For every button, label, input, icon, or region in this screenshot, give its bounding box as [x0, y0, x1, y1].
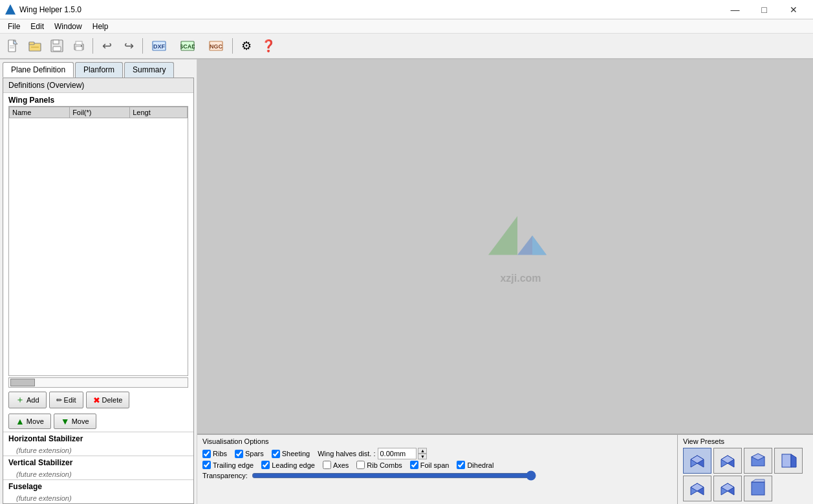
dist-field: Wing halves dist. : ▲ ▼	[318, 448, 427, 459]
bottom-bar: Visualisation Options Ribs Spars Sheetin…	[197, 434, 813, 504]
titlebar: Wing Helper 1.5.0 — □ ✕	[0, 0, 813, 19]
svg-marker-40	[752, 479, 764, 482]
check-ribs[interactable]: Ribs	[202, 450, 227, 458]
spars-checkbox[interactable]	[235, 450, 243, 458]
dist-down-btn[interactable]: ▼	[418, 454, 427, 459]
axes-checkbox[interactable]	[323, 461, 331, 469]
svg-text:DXF: DXF	[153, 43, 166, 50]
menu-file[interactable]: File	[3, 21, 25, 32]
delete-icon: ✖	[93, 395, 100, 405]
open-button[interactable]	[25, 36, 45, 56]
help-button[interactable]: ❓	[258, 36, 279, 56]
delete-label: Delete	[102, 396, 123, 404]
ribs-checkbox[interactable]	[202, 450, 211, 458]
presets-section: View Presets	[677, 435, 813, 504]
foil-span-checkbox[interactable]	[410, 461, 418, 469]
check-rib-combs[interactable]: Rib Combs	[356, 461, 402, 469]
svg-marker-32	[791, 454, 796, 467]
move-up-icon: ▲	[16, 416, 25, 426]
app-icon	[5, 5, 16, 15]
check-sheeting[interactable]: Sheeting	[272, 450, 310, 458]
check-dihedral[interactable]: Dihedral	[457, 461, 493, 469]
new-button[interactable]	[3, 36, 23, 56]
edit-button[interactable]: ✏ Edit	[49, 392, 83, 408]
viewport[interactable]: xzji.com	[197, 59, 813, 434]
right-panel: xzji.com Visualisation Options Ribs Spar…	[197, 59, 813, 504]
titlebar-left: Wing Helper 1.5.0	[5, 5, 81, 15]
menu-window[interactable]: Window	[49, 21, 87, 32]
close-button[interactable]: ✕	[779, 0, 808, 19]
h-scrollbar[interactable]	[8, 377, 188, 388]
svg-rect-12	[76, 41, 82, 45]
add-icon: ＋	[16, 394, 25, 406]
dist-input[interactable]	[378, 448, 417, 459]
preset-back-left-top[interactable]	[683, 476, 711, 501]
scad-button[interactable]: SCAD	[173, 36, 202, 56]
preset-back-right-top[interactable]	[713, 476, 742, 501]
minimize-button[interactable]: —	[721, 0, 750, 19]
check-axes[interactable]: Axes	[323, 461, 349, 469]
preset-top[interactable]	[744, 448, 772, 474]
fuselage-label: Fuselage	[3, 479, 193, 493]
dihedral-checkbox[interactable]	[457, 461, 465, 469]
menubar: File Edit Window Help	[0, 19, 813, 34]
save-as-button[interactable]	[47, 36, 67, 56]
leading-edge-checkbox[interactable]	[261, 461, 270, 469]
menu-edit[interactable]: Edit	[25, 21, 49, 32]
move-up-button[interactable]: ▲ Move	[8, 414, 51, 429]
dist-up-btn[interactable]: ▲	[418, 448, 427, 454]
wing-panels-label: Wing Panels	[3, 93, 193, 106]
add-button[interactable]: ＋ Add	[8, 392, 47, 408]
dist-label: Wing halves dist. :	[318, 450, 375, 457]
foil-span-label: Foil span	[420, 461, 450, 469]
preset-right[interactable]	[774, 448, 803, 474]
check-leading-edge[interactable]: Leading edge	[261, 461, 315, 469]
undo-button[interactable]: ↩	[96, 36, 117, 56]
move-down-button[interactable]: ▼ Move	[54, 414, 96, 429]
col-name: Name	[10, 107, 70, 118]
trailing-edge-label: Trailing edge	[213, 461, 254, 469]
redo-button[interactable]: ↪	[118, 36, 139, 56]
rib-combs-label: Rib Combs	[367, 461, 402, 469]
transparency-row: Transparency:	[202, 470, 672, 481]
ribs-label: Ribs	[213, 450, 227, 457]
svg-text:NGC: NGC	[210, 43, 223, 50]
vis-row2: Trailing edge Leading edge Axes Rib Comb…	[202, 461, 672, 469]
sheeting-checkbox[interactable]	[272, 450, 280, 458]
dxf-button[interactable]: DXF	[146, 36, 172, 56]
menu-help[interactable]: Help	[87, 21, 114, 32]
leading-edge-label: Leading edge	[272, 461, 315, 469]
wing-panels-table: Name Foil(*) Lengt	[9, 107, 188, 118]
svg-text:SCAD: SCAD	[180, 43, 195, 50]
horiz-stab-sub: (future extension)	[3, 445, 193, 456]
rib-combs-checkbox[interactable]	[356, 461, 365, 469]
dist-spinner[interactable]: ▲ ▼	[418, 448, 427, 459]
tab-plane-definition[interactable]: Plane Definition	[3, 62, 74, 78]
preset-front-right-top[interactable]	[713, 448, 742, 474]
ngc-button[interactable]: NGC	[203, 36, 229, 56]
check-trailing-edge[interactable]: Trailing edge	[202, 461, 254, 469]
maximize-button[interactable]: □	[750, 0, 779, 19]
settings-button[interactable]: ⚙	[236, 36, 257, 56]
trailing-edge-checkbox[interactable]	[202, 461, 211, 469]
transparency-slider[interactable]	[252, 470, 536, 481]
svg-rect-11	[76, 47, 82, 50]
panel-buttons-row1: ＋ Add ✏ Edit ✖ Delete	[3, 389, 193, 411]
delete-button[interactable]: ✖ Delete	[86, 392, 130, 408]
check-spars[interactable]: Spars	[235, 450, 264, 458]
spars-label: Spars	[245, 450, 264, 457]
toolbar: ↩ ↪ DXF SCAD NGC ⚙ ❓	[0, 34, 813, 59]
tab-planform[interactable]: Planform	[75, 62, 123, 78]
print-button[interactable]	[69, 36, 89, 56]
presets-grid-top	[683, 448, 808, 474]
check-foil-span[interactable]: Foil span	[410, 461, 450, 469]
toolbar-separator-3	[232, 38, 233, 54]
preset-front[interactable]	[744, 476, 772, 501]
vert-stab-sub: (future extension)	[3, 469, 193, 479]
toolbar-separator-2	[142, 38, 143, 54]
vis-title: Visualisation Options	[202, 437, 672, 445]
svg-marker-22	[532, 235, 547, 255]
vert-stab-label: Vertical Stabilizer	[3, 456, 193, 469]
tab-summary[interactable]: Summary	[124, 62, 174, 78]
preset-front-left-top[interactable]	[683, 448, 711, 474]
